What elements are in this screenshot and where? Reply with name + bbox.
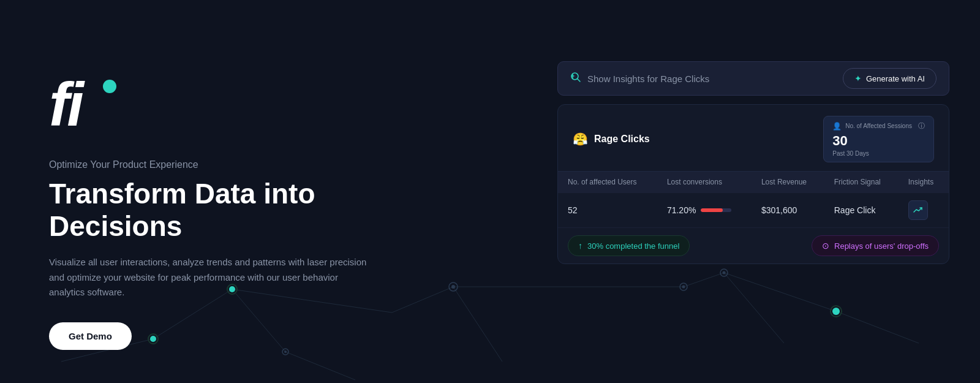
conversion-value: 71.20% bbox=[667, 205, 696, 215]
svg-line-10 bbox=[724, 273, 784, 343]
generate-ai-button[interactable]: ✦ Generate with AI bbox=[843, 68, 937, 89]
svg-point-17 bbox=[723, 271, 726, 275]
table-header-row: No. of affected Users Lost conversions L… bbox=[558, 172, 949, 193]
info-icon: ⓘ bbox=[918, 121, 925, 131]
funnel-label: 30% completed the funnel bbox=[587, 241, 679, 251]
search-left: Show Insights for Rage Clicks bbox=[570, 72, 709, 86]
cell-lost-conversions: 71.20% bbox=[657, 193, 752, 228]
get-demo-button[interactable]: Get Demo bbox=[49, 322, 132, 350]
logo-text: fi bbox=[49, 74, 81, 135]
insights-card: 😤 Rage Clicks 👤 No. of Affected Sessions… bbox=[557, 104, 949, 264]
cell-insights bbox=[899, 193, 949, 228]
stat-sublabel: Past 30 Days bbox=[832, 150, 925, 157]
col-lost-conversions: Lost conversions bbox=[657, 172, 752, 193]
logo-container: fi bbox=[49, 74, 441, 135]
col-lost-revenue: Lost Revenue bbox=[752, 172, 824, 193]
people-icon: 👤 bbox=[832, 122, 842, 131]
svg-point-19 bbox=[284, 351, 287, 353]
generate-ai-label: Generate with AI bbox=[866, 74, 925, 83]
sparkle-icon: ✦ bbox=[854, 74, 862, 83]
hero-subtitle: Optimize Your Product Experience bbox=[49, 159, 441, 170]
svg-line-5 bbox=[684, 273, 724, 287]
svg-point-13 bbox=[451, 285, 455, 289]
progress-fill bbox=[701, 208, 723, 212]
replay-label: Replays of users' drop-offs bbox=[834, 241, 929, 251]
funnel-completion-tag[interactable]: ↑ 30% completed the funnel bbox=[568, 235, 690, 256]
col-insights: Insights bbox=[899, 172, 949, 193]
svg-line-8 bbox=[285, 352, 355, 380]
search-filter-icon bbox=[570, 72, 581, 86]
replay-icon: ⊙ bbox=[822, 241, 829, 251]
affected-sessions-stat: 👤 No. of Affected Sessions ⓘ 30 Past 30 … bbox=[823, 116, 934, 162]
svg-line-9 bbox=[836, 311, 919, 343]
search-bar: Show Insights for Rage Clicks ✦ Generate… bbox=[557, 61, 949, 96]
card-stats: 👤 No. of Affected Sessions ⓘ 30 Past 30 … bbox=[823, 116, 934, 162]
card-title: Rage Clicks bbox=[594, 134, 650, 145]
svg-point-25 bbox=[832, 308, 840, 315]
hero-headline: Transform Data into Decisions bbox=[49, 178, 441, 243]
svg-point-14 bbox=[680, 283, 687, 290]
svg-point-24 bbox=[831, 306, 842, 317]
cell-affected-users: 52 bbox=[558, 193, 657, 228]
search-text: Show Insights for Rage Clicks bbox=[587, 74, 709, 84]
rage-clicks-icon: 😤 bbox=[573, 132, 588, 146]
svg-point-12 bbox=[449, 283, 458, 291]
stat-box-header: 👤 No. of Affected Sessions ⓘ bbox=[832, 121, 925, 131]
card-title-area: 😤 Rage Clicks bbox=[573, 132, 650, 146]
logo-dot bbox=[103, 80, 116, 93]
svg-point-15 bbox=[682, 286, 685, 289]
hero-description: Visualize all user interactions, analyze… bbox=[49, 255, 368, 300]
card-top: 😤 Rage Clicks 👤 No. of Affected Sessions… bbox=[558, 105, 949, 171]
right-panel: Show Insights for Rage Clicks ✦ Generate… bbox=[557, 61, 949, 264]
svg-line-27 bbox=[578, 78, 581, 82]
card-bottom: ↑ 30% completed the funnel ⊙ Replays of … bbox=[558, 227, 949, 264]
col-friction-signal: Friction Signal bbox=[824, 172, 899, 193]
view-chart-button[interactable] bbox=[908, 200, 928, 220]
table-row: 52 71.20% $301,600 Rage Click bbox=[558, 193, 949, 228]
hero-section: fi Optimize Your Product Experience Tran… bbox=[49, 74, 441, 350]
svg-point-16 bbox=[720, 269, 728, 276]
stat-value: 30 bbox=[832, 133, 925, 149]
funnel-up-icon: ↑ bbox=[578, 241, 582, 251]
cell-lost-revenue: $301,600 bbox=[752, 193, 824, 228]
cell-friction-signal: Rage Click bbox=[824, 193, 899, 228]
col-affected-users: No. of affected Users bbox=[558, 172, 657, 193]
insights-table: No. of affected Users Lost conversions L… bbox=[558, 171, 949, 227]
svg-line-11 bbox=[453, 287, 502, 362]
svg-line-6 bbox=[724, 273, 836, 311]
progress-bar bbox=[701, 208, 731, 212]
replay-tag[interactable]: ⊙ Replays of users' drop-offs bbox=[812, 235, 939, 256]
conversion-progress: 71.20% bbox=[667, 205, 742, 215]
stat-label: No. of Affected Sessions bbox=[845, 122, 912, 130]
